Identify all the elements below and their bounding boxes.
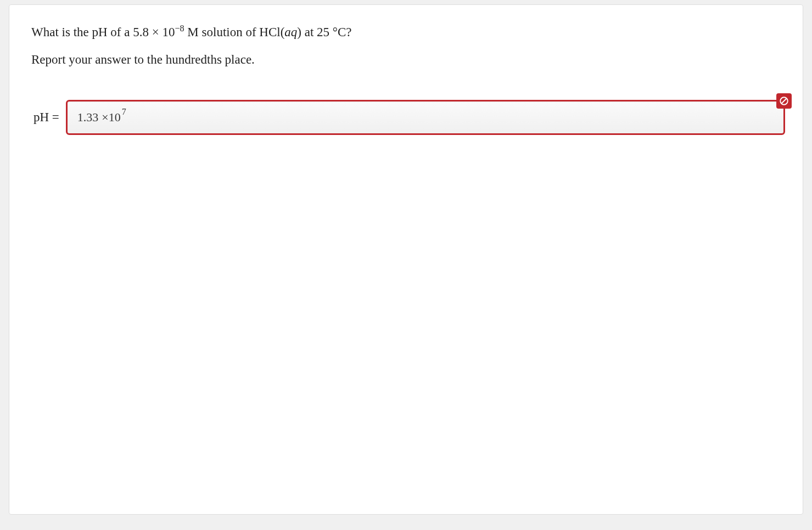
answer-label: pH =: [31, 110, 59, 125]
instruction-text: Report your answer to the hundredths pla…: [31, 53, 785, 67]
answer-value: 1.33 ×107: [77, 110, 126, 125]
question-times: ×: [152, 25, 159, 39]
question-italic: aq: [284, 25, 297, 39]
question-text: What is the pH of a 5.8 × 10−8 M solutio…: [31, 22, 785, 43]
question-base: 10: [162, 25, 175, 39]
question-middle: M solution of HCl(: [184, 25, 285, 39]
answer-exp: 7: [122, 107, 126, 117]
svg-line-1: [782, 98, 787, 103]
answer-input[interactable]: 1.33 ×107: [66, 100, 785, 135]
question-prefix: What is the pH of a: [31, 25, 133, 39]
answer-number: 1.33: [77, 110, 99, 125]
answer-input-wrapper: 1.33 ×107: [66, 100, 785, 135]
answer-row: pH = 1.33 ×107: [31, 100, 785, 135]
question-coefficient: 5.8: [133, 25, 149, 39]
incorrect-icon: [776, 93, 792, 109]
question-exponent: −8: [175, 24, 184, 33]
question-card: What is the pH of a 5.8 × 10−8 M solutio…: [9, 4, 803, 515]
answer-mult: ×10: [102, 110, 120, 125]
question-suffix: ) at 25 °C?: [297, 25, 351, 39]
